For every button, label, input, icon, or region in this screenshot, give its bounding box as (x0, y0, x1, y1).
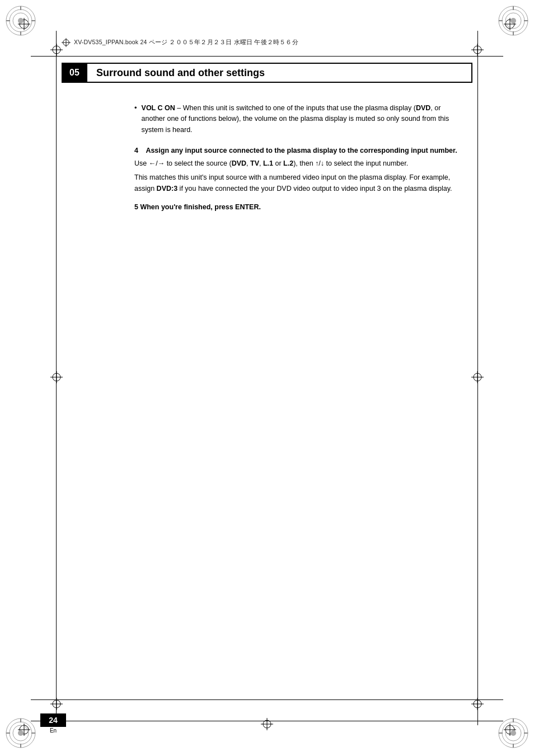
chapter-title-box: Surround sound and other settings (87, 63, 472, 83)
l2-label: L.2 (283, 159, 293, 167)
vol-c-on-text: When this unit is switched to one of the… (183, 104, 416, 112)
chapter-number: 05 (62, 63, 87, 83)
reg-mark-ml (50, 371, 63, 386)
dvd3-label: DVD:3 (157, 185, 178, 192)
bottom-border-line (31, 699, 503, 700)
bullet-vol-c-on: • VOL C ON – When this unit is switched … (134, 103, 461, 135)
corner-decoration-br (497, 717, 530, 752)
top-border-line (31, 56, 503, 57)
dvd-label-1: DVD (416, 104, 430, 112)
l1-label: L.1 (263, 159, 273, 167)
page-lang-label: En (50, 727, 57, 734)
corner-decoration-bl (4, 717, 37, 752)
page-number: 24 (40, 713, 66, 727)
step-4: 4 Assign any input source connected to t… (134, 145, 461, 194)
corner-decoration-tl (4, 4, 37, 39)
page-number-area: 24 En (31, 713, 76, 735)
reg-mark-bottom-center (261, 718, 273, 732)
step-5: 5 When you're finished, press ENTER. (134, 202, 461, 213)
dvd-label-2: DVD (232, 159, 246, 167)
file-info-text: XV-DV535_IPPAN.book 24 ページ ２００５年２月２３日 水曜… (74, 39, 298, 46)
step-4-body-2: This matches this unit's input source wi… (134, 172, 461, 194)
tv-label: TV (250, 159, 259, 167)
bullet-vol-text: VOL C ON – When this unit is switched to… (142, 103, 461, 135)
vol-c-on-dash: – (177, 104, 182, 112)
step-4-header: 4 Assign any input source connected to t… (134, 145, 461, 156)
file-info-crosshair-icon (62, 38, 71, 47)
main-content: • VOL C ON – When this unit is switched … (62, 94, 472, 694)
svg-point-55 (18, 730, 24, 736)
vol-c-on-label: VOL C ON (142, 104, 175, 112)
svg-point-63 (510, 730, 516, 736)
corner-decoration-tr (497, 4, 530, 39)
step-5-header: 5 When you're finished, press ENTER. (134, 202, 461, 213)
svg-point-39 (18, 18, 24, 24)
step-4-body-1: Use ←/→ to select the source (DVD, TV, L… (134, 158, 461, 169)
chapter-header: 05 Surround sound and other settings (62, 63, 472, 83)
right-border-line (477, 31, 478, 725)
bullet-dot: • (134, 104, 137, 112)
left-border-line (56, 31, 57, 725)
content-column: • VOL C ON – When this unit is switched … (134, 103, 461, 213)
chapter-title: Surround sound and other settings (96, 67, 265, 79)
file-info-bar: XV-DV535_IPPAN.book 24 ページ ２００５年２月２３日 水曜… (62, 38, 472, 47)
svg-point-47 (510, 18, 516, 24)
